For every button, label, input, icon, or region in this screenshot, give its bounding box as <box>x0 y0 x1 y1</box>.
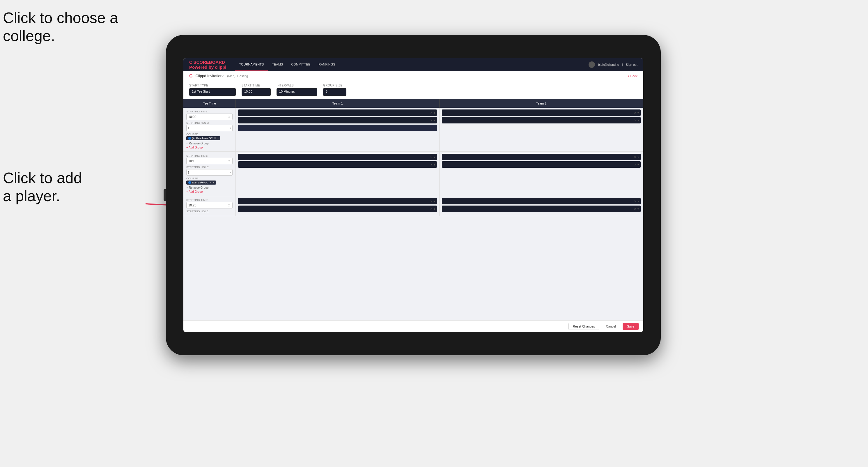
group-controls-2: STARTING TIME: 10:10 ⏱ STARTING HOLE: 1 … <box>183 152 236 196</box>
nav-tab-committee[interactable]: COMMITTEE <box>287 58 314 71</box>
starting-time-label-3: STARTING TIME: <box>186 198 232 201</box>
player-slot-1-1[interactable]: ✕ ▾ <box>238 110 437 116</box>
tablet-frame: C SCOREBOARD Powered by clippi TOURNAMEN… <box>166 35 661 355</box>
player-slot-1-3[interactable] <box>238 125 437 131</box>
starting-hole-label-1: STARTING HOLE: <box>186 121 232 124</box>
start-time-group: Start Time 10:00 <box>242 84 271 96</box>
player-slot-4-2[interactable]: ✕ ▾ <box>442 161 641 168</box>
player-slot-6-1[interactable]: ✕ ▾ <box>442 198 641 205</box>
team1-cell-1: ✕ ▾ ✕ ▾ <box>236 108 439 151</box>
player-slot-6-2[interactable]: ✕ ▾ <box>442 206 641 212</box>
start-time-label: Start Time <box>242 84 271 87</box>
starting-hole-label-2: STARTING HOLE: <box>186 166 232 168</box>
player-slot-1-2[interactable]: ✕ ▾ <box>238 117 437 123</box>
group-size-group: Group Size 3 <box>323 84 346 96</box>
starting-hole-select-2[interactable]: 1 ▾ <box>186 169 232 176</box>
nav-bar: C SCOREBOARD Powered by clippi TOURNAMEN… <box>183 58 643 71</box>
nav-tab-tournaments[interactable]: TOURNAMENTS <box>235 58 268 71</box>
starting-time-label-2: STARTING TIME: <box>186 154 232 157</box>
group-row-3: STARTING TIME: 10:20 ⏱ STARTING HOLE: ✕ … <box>183 196 643 216</box>
group-size-select[interactable]: 3 <box>323 88 346 96</box>
team2-cell-1: ✕ ▾ ✕ ▾ <box>439 108 643 151</box>
hosting-label: Hosting <box>237 74 248 78</box>
add-group-btn-1[interactable]: + Add Group <box>186 146 232 149</box>
remove-group-btn-1[interactable]: ○ Remove Group <box>186 142 232 145</box>
annotation-add-player: Click to add a player. <box>3 169 82 205</box>
table-header: Tee Time Team 1 Team 2 <box>183 99 643 108</box>
intervals-select[interactable]: 10 Minutes <box>277 88 317 96</box>
th-tee-time: Tee Time <box>183 99 236 108</box>
app-logo: C SCOREBOARD Powered by clippi <box>189 60 226 70</box>
course-label-1: COURSE: <box>186 133 232 136</box>
tablet-side-button <box>163 189 166 201</box>
start-time-input[interactable]: 10:00 <box>242 88 271 96</box>
start-type-group: Start Type 1st Tee Start <box>189 84 236 96</box>
course-tag-1[interactable]: 🔵 (A) Peachtree GC ✕ ▾ <box>186 136 220 140</box>
nav-tab-rankings[interactable]: RANKINGS <box>314 58 339 71</box>
sub-header: C Clippd Invitational (Men) Hosting < Ba… <box>183 71 643 81</box>
nav-right: blair@clippd.io | Sign out <box>589 61 638 68</box>
tournament-title: Clippd Invitational <box>196 74 225 78</box>
team1-cell-2: ✕ ▾ ✕ ▾ <box>236 152 439 196</box>
sign-out-link[interactable]: Sign out <box>626 63 638 66</box>
sub-logo: C <box>189 73 193 79</box>
main-table: Tee Time Team 1 Team 2 STARTING TIME: 10… <box>183 99 643 320</box>
intervals-group: Intervals 10 Minutes <box>277 84 317 96</box>
player-slot-3-1[interactable]: ✕ ▾ <box>238 154 437 160</box>
annotation-choose-college: Click to choose a college. <box>3 9 118 45</box>
group-row-2: STARTING TIME: 10:10 ⏱ STARTING HOLE: 1 … <box>183 152 643 196</box>
nav-tab-teams[interactable]: TEAMS <box>268 58 287 71</box>
starting-hole-label-3: STARTING HOLE: <box>186 210 232 213</box>
player-slot-5-1[interactable]: ✕ ▾ <box>238 198 437 205</box>
player-slot-5-2[interactable]: ✕ ▾ <box>238 206 437 212</box>
th-team2: Team 2 <box>439 99 643 108</box>
course-label-2: COURSE: <box>186 177 232 180</box>
back-button[interactable]: < Back <box>627 74 638 78</box>
group-size-label: Group Size <box>323 84 346 87</box>
course-tags-1: 🔵 (A) Peachtree GC ✕ ▾ <box>186 136 232 140</box>
th-team1: Team 1 <box>236 99 439 108</box>
course-tag-2[interactable]: 🔵 East Lake GC ✕ ▾ <box>186 181 216 185</box>
intervals-label: Intervals <box>277 84 317 87</box>
scroll-area[interactable]: STARTING TIME: 10:00 ⏱ STARTING HOLE: 1 … <box>183 108 643 320</box>
starting-hole-select-1[interactable]: 1 ▾ <box>186 125 232 131</box>
course-tags-2: 🔵 East Lake GC ✕ ▾ <box>186 181 232 185</box>
reset-changes-button[interactable]: Reset Changes <box>568 323 599 330</box>
starting-time-input-3[interactable]: 10:20 ⏱ <box>186 202 232 209</box>
group-controls-3: STARTING TIME: 10:20 ⏱ STARTING HOLE: <box>183 196 236 216</box>
team2-cell-3: ✕ ▾ ✕ ▾ <box>439 196 643 216</box>
team1-cell-3: ✕ ▾ ✕ ▾ <box>236 196 439 216</box>
start-type-select[interactable]: 1st Tee Start <box>189 88 236 96</box>
start-type-label: Start Type <box>189 84 236 87</box>
starting-time-label-1: STARTING TIME: <box>186 110 232 113</box>
user-email: blair@clippd.io <box>598 63 619 66</box>
tournament-badge: (Men) <box>227 74 236 78</box>
footer-bar: Reset Changes Cancel Save <box>183 320 643 332</box>
remove-group-btn-2[interactable]: ○ Remove Group <box>186 186 232 189</box>
nav-tabs: TOURNAMENTS TEAMS COMMITTEE RANKINGS <box>235 58 589 71</box>
player-slot-3-2[interactable]: ✕ ▾ <box>238 161 437 168</box>
starting-time-input-1[interactable]: 10:00 ⏱ <box>186 114 232 120</box>
form-row: Start Type 1st Tee Start Start Time 10:0… <box>183 81 643 99</box>
player-slot-2-1[interactable]: ✕ ▾ <box>442 110 641 116</box>
player-slot-2-2[interactable]: ✕ ▾ <box>442 117 641 123</box>
group-controls-1: STARTING TIME: 10:00 ⏱ STARTING HOLE: 1 … <box>183 108 236 151</box>
user-avatar <box>589 61 595 68</box>
add-group-btn-2[interactable]: + Add Group <box>186 190 232 193</box>
group-row: STARTING TIME: 10:00 ⏱ STARTING HOLE: 1 … <box>183 108 643 152</box>
team2-cell-2: ✕ ▾ ✕ ▾ <box>439 152 643 196</box>
save-button[interactable]: Save <box>623 323 639 330</box>
tablet-screen: C SCOREBOARD Powered by clippi TOURNAMEN… <box>183 58 643 332</box>
cancel-button[interactable]: Cancel <box>602 323 620 330</box>
starting-time-input-2[interactable]: 10:10 ⏱ <box>186 158 232 164</box>
player-slot-4-1[interactable]: ✕ ▾ <box>442 154 641 160</box>
